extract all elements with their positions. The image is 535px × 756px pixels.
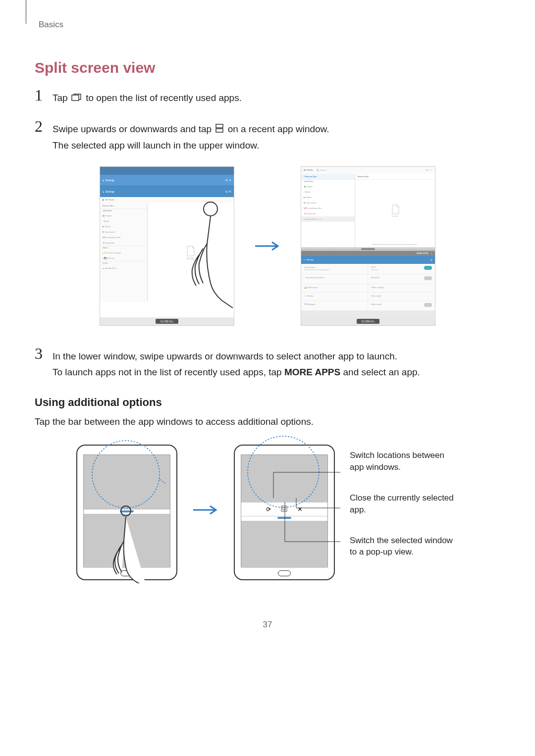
svg-rect-7: [283, 507, 285, 510]
hand-tap-icon: [106, 504, 156, 583]
annotation-close: Close the currently selected app.: [350, 492, 459, 516]
illustration-options: ⟳ ✕: [35, 445, 500, 580]
home-button-icon: [278, 570, 291, 576]
switch-icon[interactable]: ⟳: [266, 506, 271, 513]
cat-docs: Documents: [105, 231, 115, 233]
app-tab-label: Settings: [306, 258, 313, 261]
step-3: 3 In the lower window, swipe upwards or …: [35, 346, 500, 381]
step-1: 1 Tap to open the list of recently used …: [35, 87, 500, 106]
myfiles-label: MY FILES: [304, 169, 313, 171]
close-icon[interactable]: ✕: [297, 505, 303, 513]
svg-rect-2: [216, 129, 223, 132]
tablet-right: MY FILES 🔍 Search ⬆ ⋮ ⋮ ⟳ Recent files C…: [301, 166, 435, 326]
step-3-line2-pre: To launch apps not in the list of recent…: [53, 367, 284, 377]
file-icon: [391, 204, 400, 215]
step-number: 1: [35, 87, 50, 103]
step-number: 2: [35, 118, 50, 134]
svg-rect-6: [281, 506, 287, 511]
cat-downloads: Downloads: [306, 212, 316, 215]
step-3-line2-post: and select an app.: [340, 367, 420, 377]
recent-files-label: Recent files: [306, 218, 316, 220]
step-1-text-pre: Tap: [53, 93, 70, 103]
cat-install: Installation files: [308, 207, 321, 209]
recent-files-label: Recent files: [306, 175, 317, 178]
split-screen-icon: [215, 122, 224, 138]
myfiles-label: MY FILES: [105, 199, 114, 201]
close-all-button[interactable]: CLOSE ALL: [156, 319, 179, 324]
recent-files-label: Recent files: [100, 203, 147, 208]
svg-point-5: [121, 506, 131, 516]
step-2-line2: The selected app will launch in the uppe…: [53, 138, 500, 153]
app-tab-label: Settings: [106, 190, 114, 193]
svg-rect-1: [216, 124, 223, 128]
step-2-text-pre: Swipe upwards or downwards and tap: [53, 124, 214, 134]
step-3-line1: In the lower window, swipe upwards or do…: [53, 349, 500, 364]
hand-gesture-icon: [163, 194, 234, 313]
more-apps-button[interactable]: MORE APPS: [417, 252, 428, 254]
subtext: Tap the bar between the app windows to a…: [35, 414, 500, 430]
step-number: 3: [35, 346, 50, 361]
close-all-button[interactable]: CLOSE ALL: [357, 319, 380, 324]
cat-install: Installation files: [107, 236, 120, 239]
tablet-left: ● Settings ⊟ ✕ ● Settings ⊟ ✕ ■ MY FILES…: [100, 166, 234, 326]
arrow-right-icon: [192, 504, 219, 516]
search-label: Search: [320, 169, 326, 171]
cat-images: Images: [306, 185, 313, 188]
svg-point-3: [204, 202, 217, 216]
step-1-text-post: to open the list of recently used apps.: [86, 93, 242, 103]
cat-gdrive: Google Drive: [105, 267, 116, 269]
breadcrumb: Basics: [39, 20, 500, 30]
cat-downloads: Downloads: [105, 242, 114, 244]
cat-internal: Internal storage: [107, 252, 121, 254]
no-files-label: No files: [392, 215, 398, 217]
popup-icon[interactable]: [281, 505, 287, 514]
illustration-step2: ● Settings ⊟ ✕ ● Settings ⊟ ✕ ■ MY FILES…: [35, 166, 500, 326]
tablet-small-right: ⟳ ✕: [234, 445, 335, 580]
step-2-text-post: on a recent app window.: [228, 124, 329, 134]
subheading: Using additional options: [35, 396, 500, 409]
cat-videos: Videos: [105, 225, 110, 228]
svg-rect-0: [72, 95, 79, 101]
step-2: 2 Swipe upwards or downwards and tap on …: [35, 118, 500, 153]
more-apps-bold: MORE APPS: [284, 367, 340, 377]
annotation-switch: Switch locations between app windows.: [350, 450, 459, 473]
app-tab-label: Settings: [106, 179, 114, 182]
cat-videos: Videos: [306, 196, 312, 199]
arrow-right-icon: [254, 240, 281, 252]
page-number: 37: [35, 620, 500, 630]
cat-images: Images: [105, 214, 111, 217]
recent-files-header: Recent files: [355, 174, 435, 180]
cat-docs: Documents: [306, 202, 316, 204]
cat-audio: Audio: [305, 191, 310, 193]
recent-apps-icon: [71, 91, 82, 106]
annotation-popup: Switch the selected window to a pop-up v…: [350, 535, 459, 558]
cat-audio: Audio: [104, 220, 109, 222]
page-title: Split screen view: [35, 59, 500, 76]
cat-sdcard: SD card: [107, 257, 114, 259]
